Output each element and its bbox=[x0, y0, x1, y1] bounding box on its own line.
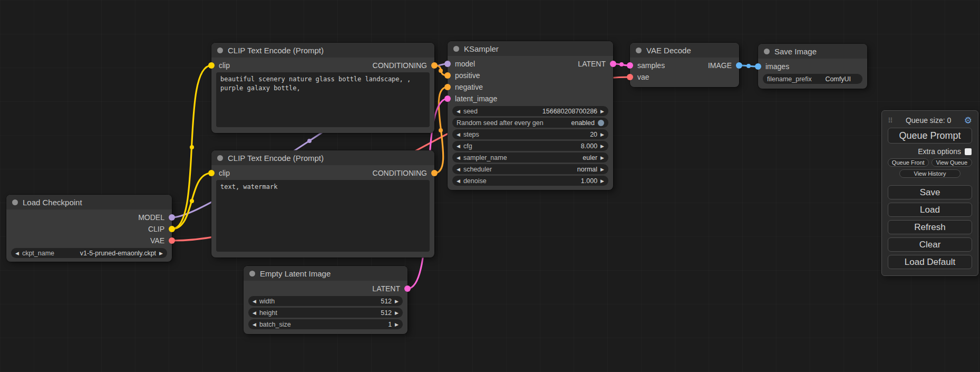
collapse-dot-icon[interactable] bbox=[764, 49, 770, 54]
widget-batch-size[interactable]: ◀ batch_size 1 ▶ bbox=[248, 319, 403, 329]
extra-options-checkbox[interactable] bbox=[965, 148, 972, 155]
decrement-arrow-icon[interactable]: ◀ bbox=[457, 155, 460, 160]
input-socket-positive[interactable] bbox=[444, 72, 451, 79]
collapse-dot-icon[interactable] bbox=[217, 47, 223, 53]
settings-gear-icon[interactable]: ⚙ bbox=[964, 116, 972, 125]
input-socket-images[interactable] bbox=[755, 63, 761, 70]
toggle-icon[interactable] bbox=[598, 120, 604, 126]
queue-front-button[interactable]: Queue Front bbox=[888, 158, 929, 167]
input-socket-model[interactable] bbox=[444, 61, 451, 67]
prompt-textarea[interactable]: text, watermark bbox=[216, 180, 430, 252]
slot-row: MODEL bbox=[6, 212, 172, 223]
collapse-dot-icon[interactable] bbox=[636, 47, 642, 53]
input-label-clip: clip bbox=[219, 169, 230, 177]
decrement-arrow-icon[interactable]: ◀ bbox=[253, 310, 256, 316]
increment-arrow-icon[interactable]: ▶ bbox=[600, 167, 604, 172]
node-titlebar[interactable]: Save Image bbox=[758, 44, 867, 59]
increment-arrow-icon[interactable]: ▶ bbox=[600, 144, 604, 149]
decrement-arrow-icon[interactable]: ◀ bbox=[457, 178, 460, 184]
input-socket-clip[interactable] bbox=[208, 62, 215, 69]
view-history-button[interactable]: View History bbox=[899, 169, 960, 178]
decrement-arrow-icon[interactable]: ◀ bbox=[15, 251, 19, 256]
node-titlebar[interactable]: Load Checkpoint bbox=[6, 195, 172, 209]
collapse-dot-icon[interactable] bbox=[249, 271, 255, 276]
load-default-button[interactable]: Load Default bbox=[888, 255, 972, 269]
collapse-dot-icon[interactable] bbox=[12, 199, 18, 205]
decrement-arrow-icon[interactable]: ◀ bbox=[457, 132, 460, 137]
node-title: KSampler bbox=[464, 44, 499, 53]
save-button[interactable]: Save bbox=[888, 185, 972, 199]
node-save-image[interactable]: Save Image images filename_prefix ComfyU… bbox=[758, 44, 867, 89]
queue-size-label: Queue size: 0 bbox=[893, 116, 964, 125]
output-socket-latent[interactable] bbox=[610, 61, 616, 67]
output-socket-clip[interactable] bbox=[169, 226, 175, 232]
decrement-arrow-icon[interactable]: ◀ bbox=[457, 167, 460, 172]
queue-panel-header: ⠿ Queue size: 0 ⚙ bbox=[888, 114, 972, 127]
decrement-arrow-icon[interactable]: ◀ bbox=[253, 299, 256, 304]
output-socket-conditioning[interactable] bbox=[431, 170, 438, 176]
input-socket-vae[interactable] bbox=[627, 74, 633, 80]
output-socket-conditioning[interactable] bbox=[431, 62, 438, 69]
node-titlebar[interactable]: Empty Latent Image bbox=[244, 266, 407, 281]
output-socket-latent[interactable] bbox=[404, 285, 411, 292]
node-titlebar[interactable]: VAE Decode bbox=[630, 43, 739, 58]
widget-scheduler[interactable]: ◀ scheduler normal ▶ bbox=[452, 164, 608, 174]
increment-arrow-icon[interactable]: ▶ bbox=[395, 322, 399, 327]
increment-arrow-icon[interactable]: ▶ bbox=[600, 155, 604, 160]
clear-button[interactable]: Clear bbox=[888, 237, 972, 252]
link-midpoint-dot bbox=[439, 128, 443, 132]
decrement-arrow-icon[interactable]: ◀ bbox=[457, 144, 460, 149]
increment-arrow-icon[interactable]: ▶ bbox=[395, 299, 399, 304]
widget-denoise[interactable]: ◀ denoise 1.000 ▶ bbox=[452, 176, 608, 186]
input-socket-clip[interactable] bbox=[208, 170, 215, 176]
node-ksampler[interactable]: KSampler model LATENT positive negative … bbox=[448, 41, 613, 190]
widget-width[interactable]: ◀ width 512 ▶ bbox=[248, 296, 403, 306]
node-titlebar[interactable]: KSampler bbox=[448, 41, 613, 56]
decrement-arrow-icon[interactable]: ◀ bbox=[253, 322, 256, 327]
slot-row: model LATENT bbox=[448, 58, 613, 70]
increment-arrow-icon[interactable]: ▶ bbox=[600, 109, 604, 114]
view-queue-button[interactable]: View Queue bbox=[932, 158, 973, 167]
node-title: Save Image bbox=[774, 47, 817, 56]
prompt-textarea[interactable]: beautiful scenery nature glass bottle la… bbox=[216, 72, 430, 127]
queue-prompt-button[interactable]: Queue Prompt bbox=[888, 128, 972, 144]
link-midpoint-dot bbox=[619, 62, 624, 66]
collapse-dot-icon[interactable] bbox=[453, 46, 459, 52]
refresh-button[interactable]: Refresh bbox=[888, 220, 972, 234]
node-clip-text-encode-positive[interactable]: CLIP Text Encode (Prompt) clip CONDITION… bbox=[211, 43, 434, 133]
node-clip-text-encode-negative[interactable]: CLIP Text Encode (Prompt) clip CONDITION… bbox=[211, 150, 434, 257]
widget-random-seed-toggle[interactable]: Random seed after every gen enabled bbox=[452, 118, 608, 128]
increment-arrow-icon[interactable]: ▶ bbox=[600, 178, 604, 184]
widget-seed[interactable]: ◀ seed 156680208700286 ▶ bbox=[452, 106, 608, 116]
input-socket-samples[interactable] bbox=[627, 62, 633, 69]
node-empty-latent-image[interactable]: Empty Latent Image LATENT ◀ width 512 ▶ … bbox=[244, 266, 407, 334]
collapse-dot-icon[interactable] bbox=[217, 155, 223, 161]
output-socket-image[interactable] bbox=[736, 62, 742, 69]
output-socket-model[interactable] bbox=[169, 214, 175, 221]
load-button[interactable]: Load bbox=[888, 203, 972, 217]
increment-arrow-icon[interactable]: ▶ bbox=[159, 251, 163, 256]
input-socket-negative[interactable] bbox=[444, 84, 451, 90]
widget-steps[interactable]: ◀ steps 20 ▶ bbox=[452, 129, 608, 139]
slot-row: clip CONDITIONING bbox=[211, 60, 434, 71]
decrement-arrow-icon[interactable]: ◀ bbox=[457, 109, 460, 114]
slot-row: LATENT bbox=[244, 283, 407, 294]
output-socket-vae[interactable] bbox=[169, 237, 175, 244]
node-titlebar[interactable]: CLIP Text Encode (Prompt) bbox=[211, 150, 434, 165]
extra-options-label: Extra options bbox=[918, 147, 961, 156]
graph-canvas[interactable]: Load Checkpoint MODEL CLIP VAE ◀ ckpt_na… bbox=[0, 0, 980, 372]
widget-ckpt-name[interactable]: ◀ ckpt_name v1-5-pruned-emaonly.ckpt ▶ bbox=[11, 248, 167, 258]
node-load-checkpoint[interactable]: Load Checkpoint MODEL CLIP VAE ◀ ckpt_na… bbox=[6, 195, 172, 262]
widget-filename-prefix[interactable]: filename_prefix ComfyUI bbox=[763, 74, 862, 84]
widget-height[interactable]: ◀ height 512 ▶ bbox=[248, 308, 403, 318]
drag-handle-icon[interactable]: ⠿ bbox=[888, 117, 893, 125]
node-titlebar[interactable]: CLIP Text Encode (Prompt) bbox=[211, 43, 434, 58]
increment-arrow-icon[interactable]: ▶ bbox=[600, 132, 604, 137]
widget-cfg[interactable]: ◀ cfg 8.000 ▶ bbox=[452, 141, 608, 151]
link-midpoint-dot bbox=[439, 69, 443, 73]
increment-arrow-icon[interactable]: ▶ bbox=[395, 310, 399, 316]
input-socket-latent-image[interactable] bbox=[444, 96, 451, 102]
node-vae-decode[interactable]: VAE Decode samples IMAGE vae bbox=[630, 43, 739, 87]
slot-row: latent_image bbox=[448, 93, 613, 104]
widget-sampler-name[interactable]: ◀ sampler_name euler ▶ bbox=[452, 152, 608, 163]
